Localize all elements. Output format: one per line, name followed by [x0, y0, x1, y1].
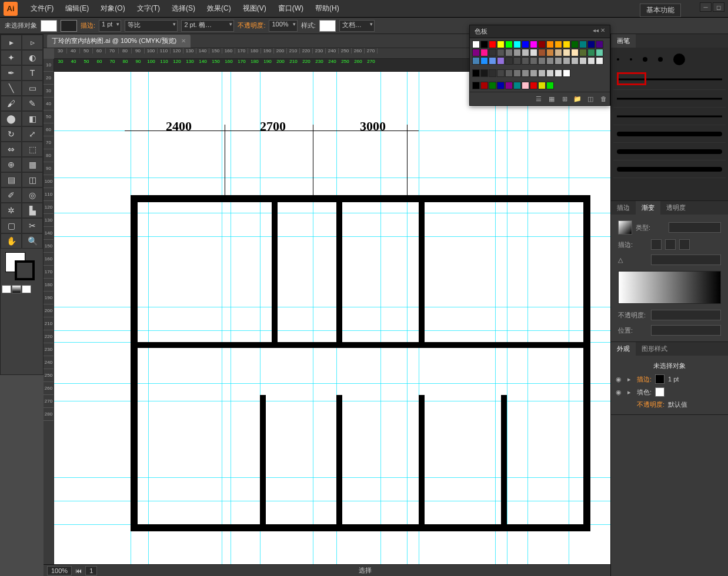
workspace-switcher[interactable]: 基本功能 [640, 4, 681, 17]
swatch-cell[interactable] [497, 49, 505, 56]
menu-effect[interactable]: 效果(C) [201, 1, 237, 16]
swatch-cell[interactable] [579, 41, 587, 48]
swatch-cell[interactable] [513, 82, 521, 89]
fill-stroke-control[interactable] [1, 249, 43, 284]
menu-edit[interactable]: 编辑(E) [59, 1, 95, 16]
swatch-cell[interactable] [513, 69, 521, 77]
swatch-cell[interactable] [579, 49, 587, 56]
swatch-cell[interactable] [505, 57, 513, 65]
grad-opacity-input[interactable] [651, 310, 721, 320]
swatch-cell[interactable] [596, 41, 603, 48]
graph-tool[interactable]: ▙ [22, 203, 43, 218]
new-group-icon[interactable]: 📁 [573, 95, 582, 103]
width-tool[interactable]: ⇔ [1, 142, 22, 157]
swatch-cell[interactable] [522, 57, 529, 65]
swatch-options-icon[interactable]: ⊞ [560, 95, 569, 103]
menu-object[interactable]: 对象(O) [95, 1, 131, 16]
visibility-icon[interactable]: ◉ [616, 376, 624, 383]
swatch-cell[interactable] [489, 49, 496, 56]
swatch-cell[interactable] [513, 49, 521, 56]
swatch-cell[interactable] [480, 57, 488, 65]
swatch-cell[interactable] [538, 57, 546, 65]
gradient-tool[interactable]: ◫ [22, 172, 43, 187]
swatch-cell[interactable] [513, 57, 521, 65]
brush-dropdown[interactable]: 2 pt. 椭… [181, 20, 234, 32]
swatch-cell[interactable] [546, 57, 554, 65]
canvas-area[interactable]: 3040506070809010011012013014015016017018… [44, 48, 610, 564]
none-mode-icon[interactable] [22, 285, 31, 293]
swatch-cell[interactable] [489, 69, 496, 77]
swatch-cell[interactable] [538, 82, 546, 89]
shape-builder-tool[interactable]: ⊕ [1, 157, 22, 172]
brush-preset[interactable] [630, 58, 632, 61]
gradient-type-dropdown[interactable] [669, 222, 721, 233]
maximize-button[interactable]: ◻ [713, 2, 724, 12]
grad-position-input[interactable] [651, 325, 721, 336]
expand-icon[interactable]: ▸ [627, 376, 633, 383]
type-tool[interactable]: T [22, 65, 43, 81]
swatch-cell[interactable] [505, 49, 513, 56]
swatch-cell[interactable] [546, 49, 554, 56]
swatch-cell[interactable] [489, 41, 496, 48]
swatch-cell[interactable] [555, 41, 562, 48]
menu-view[interactable]: 视图(V) [237, 1, 272, 16]
swatch-cell[interactable] [522, 82, 529, 89]
tab-stroke[interactable]: 描边 [611, 201, 636, 215]
swatch-cell[interactable] [497, 82, 505, 89]
stroke-weight-dropdown[interactable]: 1 pt [99, 20, 121, 32]
swatch-cell[interactable] [472, 49, 480, 56]
swatches-gray-row[interactable] [470, 67, 610, 79]
swatch-cell[interactable] [546, 41, 554, 48]
swatch-cell[interactable] [555, 49, 562, 56]
gradient-thumb[interactable] [618, 220, 632, 235]
color-mode-icon[interactable] [2, 285, 11, 293]
swatch-cell[interactable] [579, 57, 587, 65]
swatch-cell[interactable] [513, 41, 521, 48]
slice-tool[interactable]: ✂ [22, 218, 43, 233]
stroke-align-3[interactable] [679, 239, 690, 250]
brush-preset[interactable] [613, 90, 726, 108]
selection-tool[interactable]: ▸ [1, 35, 22, 50]
swatch-cell[interactable] [587, 57, 595, 65]
panel-close-icon[interactable]: ◂◂ ✕ [593, 27, 605, 36]
appearance-opacity-row[interactable]: 不透明度: 默认值 [615, 398, 724, 411]
swatch-cell[interactable] [538, 41, 546, 48]
menu-help[interactable]: 帮助(H) [309, 1, 345, 16]
style-swatch[interactable] [319, 20, 336, 32]
swatch-cell[interactable] [480, 41, 488, 48]
brush-preset[interactable] [673, 53, 685, 65]
brush-preset[interactable] [613, 160, 726, 178]
menu-type[interactable]: 文字(T) [131, 1, 166, 16]
swatch-cell[interactable] [546, 69, 554, 77]
rotate-tool[interactable]: ↻ [1, 126, 22, 142]
brushes-panel[interactable]: 画笔 [611, 34, 728, 201]
menu-window[interactable]: 窗口(W) [272, 1, 309, 16]
stroke-swatch[interactable] [61, 20, 77, 32]
swatch-cell[interactable] [546, 82, 554, 89]
blend-tool[interactable]: ◎ [22, 187, 43, 203]
stroke-profile-dropdown[interactable]: 等比 [125, 20, 178, 32]
mesh-tool[interactable]: ▤ [1, 172, 22, 187]
swatch-cell[interactable] [571, 57, 579, 65]
swatch-kind-icon[interactable]: ▦ [547, 95, 556, 103]
swatch-cell[interactable] [472, 69, 480, 77]
tab-gradient[interactable]: 渐变 [636, 201, 660, 215]
swatch-cell[interactable] [596, 49, 603, 56]
swatch-cell[interactable] [571, 49, 579, 56]
swatch-cell[interactable] [522, 41, 529, 48]
menu-file[interactable]: 文件(F) [25, 1, 59, 16]
swatch-cell[interactable] [522, 69, 529, 77]
eraser-tool[interactable]: ◧ [22, 111, 43, 126]
swatch-cell[interactable] [472, 57, 480, 65]
docsetup-button[interactable]: 文档… [339, 20, 375, 32]
rectangle-tool[interactable]: ▭ [22, 81, 43, 96]
scale-tool[interactable]: ⤢ [22, 126, 43, 142]
gradient-mode-icon[interactable] [12, 285, 21, 293]
perspective-tool[interactable]: ▦ [22, 157, 43, 172]
swatch-cell[interactable] [587, 41, 595, 48]
artboard[interactable]: 2400 2700 3000 [54, 72, 610, 564]
brush-preset[interactable] [658, 57, 663, 62]
swatch-cell[interactable] [530, 69, 537, 77]
gradient-preview[interactable] [618, 271, 721, 304]
appearance-fill-row[interactable]: ◉ ▸ 填色: [615, 386, 724, 398]
